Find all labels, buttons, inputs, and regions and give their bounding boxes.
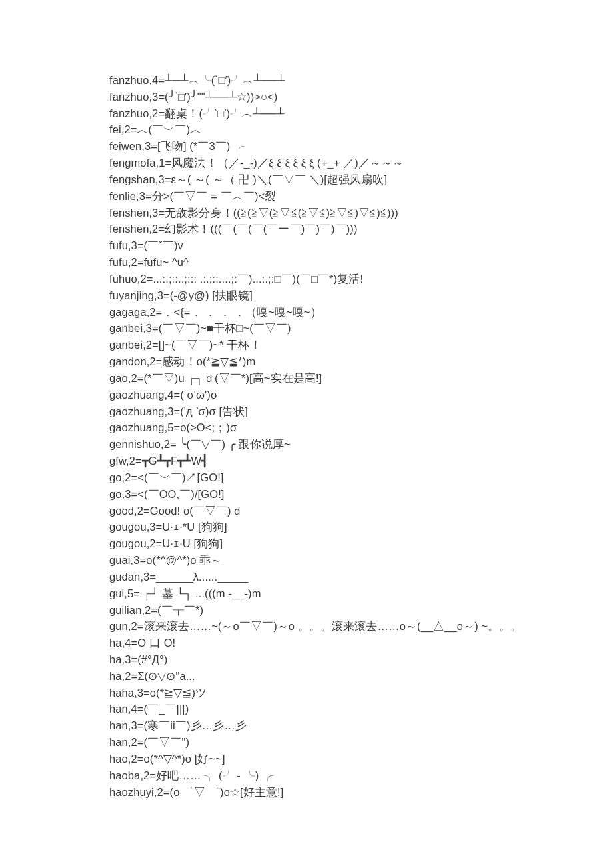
- emoticon-entry: fanzhuo,4=┴─┴︵╰(‵□′)╯︵┴──┴: [109, 72, 613, 89]
- emoticon-entry: fengmofa,1=风魔法！（／-_-)／ξ ξ ξ ξ ξ ξ (+_+ ／…: [109, 155, 613, 171]
- emoticon-entry: ganbei,2=[]~(￣▽￣)~* 干杯！: [109, 337, 613, 353]
- emoticon-entry: fei,2=︿(￣︶￣)︿: [109, 121, 613, 138]
- emoticon-entry: fanzhuo,3=(╯‵□′)╯""┴──┴☆))>○<): [109, 89, 613, 105]
- emoticon-entry: fenshen,3=无敌影分身！((≧(≧▽(≧▽≦(≧▽≦)≧▽≦)▽≦)≦)…: [109, 205, 613, 221]
- emoticon-entry: gougou,3=U·ｪ·*U [狗狗]: [109, 519, 613, 535]
- emoticon-entry: han,2=(￣▽￣"): [109, 734, 613, 751]
- emoticon-entry: guilian,2=(￣┰￣*): [109, 602, 613, 619]
- emoticon-entry: fanzhuo,2=翻桌！(╯‵□′)╯︵┴──┴: [109, 105, 613, 122]
- emoticon-entry: fufu,3=(￣ˇ￣)v: [109, 237, 613, 254]
- emoticon-entry: ha,4=O 口 O!: [109, 635, 613, 651]
- emoticon-entry: gudan,3=______λ......_____: [109, 569, 613, 585]
- emoticon-entry: fengshan,3=ε～( ～( ～（ 卍 )＼(￣▽￣ ＼)[超强风扇吹]: [109, 171, 613, 188]
- emoticon-entry: fuyanjing,3=(-@y@) [扶眼镜]: [109, 287, 613, 304]
- emoticon-entry: haha,3=o(*≧▽≦)ツ: [109, 685, 613, 701]
- emoticon-entry: gaozhuang,4=( σ'ω')σ: [109, 387, 613, 403]
- emoticon-entry: haozhuyi,2=(o ゜▽ ゜)o☆[好主意!]: [109, 784, 613, 801]
- emoticon-entry: gandon,2=感动！o(*≧▽≦*)m: [109, 353, 613, 370]
- emoticon-entry: fenlie,3=分>(￣▽￣ = ￣︿￣)<裂: [109, 188, 613, 205]
- emoticon-entry: ganbei,3=(￣▽￣)~■干杯□~(￣▽￣): [109, 320, 613, 337]
- emoticon-entry: fufu,2=fufu~ ^u^: [109, 254, 613, 271]
- emoticon-list: fanzhuo,4=┴─┴︵╰(‵□′)╯︵┴──┴fanzhuo,3=(╯‵□…: [109, 72, 613, 800]
- emoticon-entry: go,3=<(￣OO,￣)/[GO!]: [109, 486, 613, 503]
- emoticon-entry: feiwen,3=[飞吻] (*￣3￣) ╭: [109, 138, 613, 155]
- emoticon-entry: gui,5= ┌┘ 墓 └┐ ...(((m -__-)m: [109, 585, 613, 602]
- emoticon-entry: gaozhuang,5=o(>O<;；)σ: [109, 419, 613, 436]
- emoticon-entry: gfw,2=┳G┻┳F┳┻W┫: [109, 453, 613, 469]
- emoticon-entry: han,3=(寒￣ii￣)彡…彡…彡: [109, 717, 613, 734]
- emoticon-entry: han,4=(￣_￣|||): [109, 701, 613, 717]
- emoticon-entry: gougou,2=U·ｪ·U [狗狗]: [109, 535, 613, 552]
- emoticon-entry: gagaga,2=．<{=． ． ． ．（嘎~嘎~嘎~）: [109, 304, 613, 321]
- emoticon-entry: ha,2=Σ(⊙▽⊙"a...: [109, 668, 613, 685]
- emoticon-entry: fenshen,2=幻影术！(((￣(￣(￣(￣ー￣)￣)￣)￣))): [109, 221, 613, 237]
- emoticon-entry: gao,2=(*￣▽)u ┌┐ｄ(▽￣*)[高~实在是高!]: [109, 370, 613, 387]
- emoticon-entry: ha,3=(#°Д°): [109, 651, 613, 668]
- emoticon-entry: gun,2=滚来滚去……~(～o￣▽￣)～o 。。。滚来滚去……o～(__△__…: [109, 618, 613, 635]
- emoticon-entry: good,2=Good! o(￣▽￣)ｄ: [109, 503, 613, 519]
- emoticon-entry: gennishuo,2= ╰(￣▽￣) ╭ 跟你说厚~: [109, 436, 613, 453]
- emoticon-entry: go,2=<(￣︶￣)↗[GO!]: [109, 469, 613, 486]
- emoticon-entry: fuhuo,2=...:.;::..;::: .:.;::....;:￣)...…: [109, 271, 613, 287]
- emoticon-entry: haoba,2=好吧…… ╮ (╯ - ╰) ╭: [109, 767, 613, 784]
- emoticon-entry: guai,3=o(*^@^*)o 乖～: [109, 552, 613, 569]
- emoticon-entry: hao,2=o(*^▽^*)o [好~~]: [109, 751, 613, 767]
- emoticon-entry: gaozhuang,3=('д ‵σ)σ [告状]: [109, 403, 613, 420]
